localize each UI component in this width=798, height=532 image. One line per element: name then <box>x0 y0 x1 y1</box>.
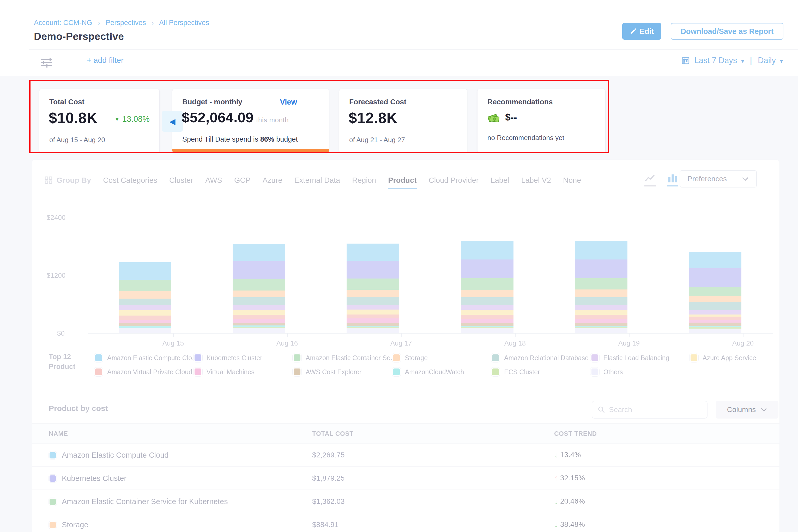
stacked-bar-aug-16 <box>233 244 285 334</box>
segment-elastic-load-balancing <box>689 310 741 315</box>
segment-aws-cost-explorer <box>689 323 741 326</box>
filter-sliders-icon[interactable] <box>40 56 56 69</box>
chevron-down-icon[interactable]: ▾ <box>780 56 783 65</box>
money-bills-icon <box>488 111 501 124</box>
date-range-dropdown[interactable]: Last 7 Days <box>694 56 737 65</box>
table-row[interactable]: Amazon Elastic Compute Cloud $2,269.75 ↓… <box>32 443 779 467</box>
legend-color-swatch <box>392 353 401 362</box>
table-header-row: NAME TOTAL COST COST TREND <box>32 423 779 443</box>
segment-azure-app-service <box>575 310 627 315</box>
x-axis-tick <box>629 334 629 337</box>
segment-amazon-elastic-compute-cloud <box>233 244 285 261</box>
legend-color-swatch <box>491 353 500 362</box>
row-name: Amazon Elastic Compute Cloud <box>62 451 169 459</box>
arrow-up-icon: ↑ <box>554 474 558 482</box>
legend-label: Storage <box>405 354 428 362</box>
segment-storage <box>575 289 627 297</box>
row-total-cost: $2,269.75 <box>312 451 345 459</box>
add-filter-button[interactable]: + add filter <box>87 56 124 65</box>
legend-item-amazon-elastic-compute-clo-: Amazon Elastic Compute Clo... <box>94 353 197 362</box>
download-save-report-button[interactable]: Download/Save as Report <box>671 23 783 40</box>
legend-label: Amazon Relational Database ... <box>504 354 596 362</box>
segment-aws-cost-explorer <box>461 323 513 326</box>
delta-percent: 13.08% <box>122 114 150 124</box>
x-axis-line <box>88 333 773 334</box>
budget-view-link[interactable]: View <box>280 98 297 107</box>
x-axis-label: Aug 17 <box>373 339 430 347</box>
segment-storage <box>461 290 513 297</box>
separator: | <box>750 55 752 65</box>
table-row[interactable]: Kubernetes Cluster $1,879.25 ↑32.15% <box>32 467 779 490</box>
x-axis-label: Aug 19 <box>600 339 658 347</box>
edit-button[interactable]: Edit <box>622 23 661 40</box>
breadcrumb-perspectives-link[interactable]: Perspectives <box>106 19 146 26</box>
table-row[interactable]: Amazon Elastic Container Service for Kub… <box>32 490 779 513</box>
legend-color-swatch <box>292 353 302 362</box>
segment-others <box>233 328 285 334</box>
budget-prev-button[interactable]: ◀ <box>162 111 183 132</box>
legend-item-amazoncloudwatch: AmazonCloudWatch <box>392 367 464 376</box>
recommendations-card: Recommendations $-- no Recommendations y… <box>477 89 606 153</box>
total-cost-delta: ▼ 13.08% <box>114 114 150 124</box>
legend-color-swatch <box>491 367 500 376</box>
segment-elastic-load-balancing <box>233 305 285 310</box>
segment-amazon-virtual-private-cloud <box>461 315 513 319</box>
segment-storage <box>233 290 285 297</box>
breadcrumb-chevron-icon: › <box>98 19 100 26</box>
segment-aws-cost-explorer <box>119 323 171 326</box>
search-input[interactable] <box>609 405 698 414</box>
legend-item-amazon-relational-database-: Amazon Relational Database ... <box>491 353 596 362</box>
legend-label: Kubernetes Cluster <box>207 354 262 362</box>
segment-amazon-virtual-private-cloud <box>575 315 627 319</box>
page-header: Account: CCM-NG › Perspectives › All Per… <box>0 0 798 49</box>
legend-item-amazon-elastic-container-se-: Amazon Elastic Container Se... <box>292 353 396 362</box>
legend-label: Azure App Service <box>703 354 756 362</box>
segment-azure-app-service <box>119 310 171 316</box>
x-axis-tick <box>173 334 174 337</box>
search-icon <box>597 406 605 414</box>
legend-color-swatch <box>94 353 103 362</box>
segment-virtual-machines <box>461 319 513 323</box>
legend-label: ECS Cluster <box>504 368 540 376</box>
segment-amazon-elastic-compute-cloud <box>689 252 741 268</box>
segment-aws-cost-explorer <box>347 323 399 326</box>
segment-amazon-relational-database-service <box>233 297 285 305</box>
segment-kubernetes-cluster <box>461 260 513 278</box>
series-color-swatch <box>49 521 57 529</box>
segment-amazon-relational-database-service <box>575 297 627 305</box>
recommendations-title: Recommendations <box>488 98 553 106</box>
legend-item-kubernetes-cluster: Kubernetes Cluster <box>193 353 262 362</box>
breadcrumb-all-perspectives-link[interactable]: All Perspectives <box>159 19 209 26</box>
granularity-dropdown[interactable]: Daily <box>758 56 776 65</box>
columns-dropdown[interactable]: Columns <box>716 401 778 419</box>
segment-others <box>347 328 399 334</box>
table-row[interactable]: Storage $884.91 ↓38.48% <box>32 513 779 532</box>
legend-color-swatch <box>94 367 103 376</box>
total-cost-period: of Aug 15 - Aug 20 <box>49 136 105 144</box>
legend-title: Top 12 Product <box>49 352 75 372</box>
segment-amazon-virtual-private-cloud <box>119 316 171 320</box>
arrow-down-icon: ↓ <box>554 497 558 506</box>
breadcrumb-account-link[interactable]: Account: CCM-NG <box>34 19 92 26</box>
segment-elastic-load-balancing <box>119 305 171 310</box>
budget-status-text: Spend Till Date spend is 86% budget <box>182 135 298 144</box>
arrow-down-icon: ↓ <box>554 520 558 529</box>
segment-amazon-relational-database-service <box>689 302 741 310</box>
chevron-down-icon[interactable]: ▾ <box>741 56 744 65</box>
row-total-cost: $884.91 <box>312 520 339 529</box>
legend-color-swatch <box>193 353 202 362</box>
segment-azure-app-service <box>461 310 513 315</box>
legend-item-virtual-machines: Virtual Machines <box>193 367 254 376</box>
pencil-icon <box>630 28 636 35</box>
segment-virtual-machines <box>119 320 171 323</box>
recommendations-subtitle: no Recommendations yet <box>488 134 564 142</box>
bars-layer <box>32 160 779 334</box>
segment-storage <box>689 296 741 302</box>
segment-amazon-relational-database-service <box>119 299 171 305</box>
legend-item-elastic-load-balancing: Elastic Load Balancing <box>590 353 669 362</box>
breadcrumb-chevron-icon: › <box>152 19 154 26</box>
stacked-bar-aug-18 <box>461 241 513 334</box>
total-cost-title: Total Cost <box>49 98 84 106</box>
segment-kubernetes-cluster <box>575 260 627 278</box>
filter-bar: + add filter Last 7 Days ▾ | Daily ▾ <box>0 50 798 76</box>
